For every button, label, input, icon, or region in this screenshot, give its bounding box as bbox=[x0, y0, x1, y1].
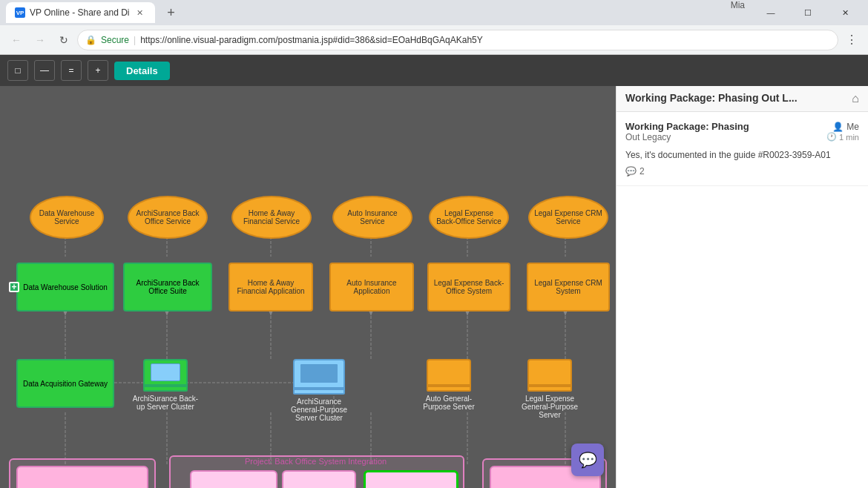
reply-count: 2 bbox=[640, 166, 645, 177]
legal-expense-crm-sys-node[interactable]: Legal Expense CRM System bbox=[527, 263, 610, 311]
server-screen-inner bbox=[300, 364, 338, 383]
home-away-service-label: Home & Away Financial Service bbox=[237, 209, 306, 225]
lock-icon: 🔒 bbox=[85, 35, 96, 45]
comment-right-meta: 👤 Me 🕐 1 min bbox=[826, 122, 859, 142]
grid-view-button[interactable]: □ bbox=[7, 60, 28, 81]
chat-fab-button[interactable]: 💬 bbox=[571, 444, 604, 476]
wp-software-node[interactable]: Work Package: Software Modification bbox=[190, 470, 277, 488]
project-dw-bi-node[interactable]: Project: Data Warehousing and BI bbox=[16, 466, 148, 488]
home-away-service-node[interactable]: Home & Away Financial Service bbox=[231, 196, 312, 239]
clock-icon: 🕐 bbox=[826, 132, 837, 142]
close-button[interactable]: ✕ bbox=[828, 0, 862, 25]
tab-label: VP Online - Share and Di bbox=[30, 7, 130, 18]
server-base bbox=[143, 386, 188, 392]
archisurance-suite-label: ArchiSurance Back Office Suite bbox=[128, 279, 208, 295]
server-base-orange-2 bbox=[527, 386, 572, 392]
legal-expense-gp-server-label: Legal Expense General-Purpose Server bbox=[516, 395, 583, 419]
back-button[interactable]: ← bbox=[6, 30, 27, 50]
details-button[interactable]: Details bbox=[114, 62, 170, 80]
app-toolbar: □ — = + Details bbox=[0, 55, 868, 86]
auto-gp-server-label: Auto General-Purpose Server bbox=[415, 395, 482, 411]
legal-expense-backoffice-service-label: Legal Expense Back-Office Service bbox=[435, 209, 503, 225]
dw-solution-node[interactable]: + Data Warehouse Solution bbox=[16, 263, 114, 311]
legal-expense-backoffice-service-node[interactable]: Legal Expense Back-Office Service bbox=[429, 196, 509, 239]
server-base-orange bbox=[427, 386, 471, 392]
comment-body: Yes, it's documented in the guide #R0023… bbox=[625, 148, 859, 162]
server-screen bbox=[151, 363, 180, 381]
dw-service-label: Data Warehouse Service bbox=[36, 209, 98, 225]
tab-favicon: VP bbox=[15, 7, 25, 18]
data-acquisition-gw-label: Data Acquisition Gateway bbox=[23, 380, 108, 388]
archisurance-gp-cluster-label: ArchiSurance General-Purpose Server Clus… bbox=[282, 398, 356, 422]
window-user-label: Mia bbox=[731, 0, 745, 25]
dw-solution-label: Data Warehouse Solution bbox=[23, 283, 108, 291]
auto-gp-server-node[interactable]: Auto General-Purpose Server bbox=[415, 359, 482, 411]
server-shape-orange-2 bbox=[527, 359, 572, 386]
right-panel: Working Package: Phasing Out L... ⌂ Work… bbox=[616, 86, 868, 488]
tab-close-button[interactable]: ✕ bbox=[134, 7, 146, 19]
browser-tab[interactable]: VP VP Online - Share and Di ✕ bbox=[6, 2, 155, 23]
archisurance-backup-cluster-node[interactable]: ArchiSurance Back-up Server Cluster bbox=[132, 359, 199, 411]
dw-service-node[interactable]: Data Warehouse Service bbox=[30, 196, 104, 239]
comment-user: 👤 Me bbox=[826, 122, 859, 132]
window-controls: Mia — ☐ ✕ bbox=[731, 0, 862, 25]
comment-user-name: Me bbox=[846, 122, 859, 132]
server-shape-green bbox=[143, 359, 188, 386]
address-input[interactable]: 🔒 Secure | https://online.visual-paradig… bbox=[77, 30, 838, 50]
home-away-app-node[interactable]: Home & Away Financial Application bbox=[228, 263, 313, 311]
server-shape-orange bbox=[427, 359, 471, 386]
main-content: Data Warehouse Service ArchiSurance Back… bbox=[0, 86, 868, 488]
archisurance-gp-cluster-node[interactable]: ArchiSurance General-Purpose Server Clus… bbox=[282, 359, 356, 422]
auto-insurance-app-node[interactable]: Auto Insurance Application bbox=[329, 263, 414, 311]
archisurance-back-service-node[interactable]: ArchiSurance Back Office Service bbox=[128, 196, 208, 239]
dw-plus-icon: + bbox=[9, 282, 19, 292]
minimize-button[interactable]: — bbox=[754, 0, 788, 25]
legal-expense-crm-service-node[interactable]: Legal Expense CRM Service bbox=[528, 196, 608, 239]
panel-title: Working Package: Phasing Out L... bbox=[625, 92, 852, 104]
home-away-app-label: Home & Away Financial Application bbox=[233, 279, 309, 295]
server-base-blue bbox=[293, 389, 345, 395]
comment-time: 🕐 1 min bbox=[826, 132, 859, 142]
wp-hardware-node[interactable]: Work Package: Hardware bbox=[282, 470, 356, 488]
legal-expense-backoffice-sys-label: Legal Expense Back-Office System bbox=[432, 279, 506, 295]
maximize-button[interactable]: ☐ bbox=[791, 0, 825, 25]
panel-home-icon[interactable]: ⌂ bbox=[852, 92, 859, 105]
wp-phasing-node[interactable]: Working Package: Phasing Out Legacy bbox=[364, 470, 458, 488]
plus-button[interactable]: + bbox=[88, 60, 108, 81]
comment-section: Working Package: Phasing Out Legacy 👤 Me… bbox=[617, 112, 868, 186]
legal-expense-crm-sys-label: Legal Expense CRM System bbox=[531, 279, 605, 295]
auto-insurance-service-label: Auto Insurance Service bbox=[338, 209, 407, 225]
comment-actions: 💬 2 bbox=[625, 166, 859, 177]
address-bar-container: ← → ↻ 🔒 Secure | https://online.visual-p… bbox=[0, 25, 868, 55]
legal-expense-gp-server-node[interactable]: Legal Expense General-Purpose Server bbox=[516, 359, 583, 419]
equals-button[interactable]: = bbox=[61, 60, 82, 81]
comment-meta: Working Package: Phasing Out Legacy bbox=[625, 121, 749, 142]
user-person-icon: 👤 bbox=[832, 122, 844, 132]
minus-button[interactable]: — bbox=[34, 60, 55, 81]
archisurance-suite-node[interactable]: ArchiSurance Back Office Suite bbox=[123, 263, 212, 311]
auto-insurance-app-label: Auto Insurance Application bbox=[334, 279, 410, 295]
panel-header: Working Package: Phasing Out L... ⌂ bbox=[617, 86, 868, 112]
more-menu-button[interactable]: ⋮ bbox=[841, 30, 862, 50]
secure-label: Secure bbox=[101, 35, 129, 45]
data-acquisition-gw-node[interactable]: Data Acquisition Gateway bbox=[16, 359, 114, 408]
server-shape-blue bbox=[293, 359, 345, 389]
comment-header: Working Package: Phasing Out Legacy 👤 Me… bbox=[625, 121, 859, 142]
legal-expense-backoffice-sys-node[interactable]: Legal Expense Back-Office System bbox=[427, 263, 510, 311]
legal-expense-crm-service-label: Legal Expense CRM Service bbox=[534, 209, 602, 225]
auto-insurance-service-node[interactable]: Auto Insurance Service bbox=[332, 196, 412, 239]
comment-time-value: 1 min bbox=[839, 133, 859, 142]
diagram-canvas[interactable]: Data Warehouse Service ArchiSurance Back… bbox=[0, 86, 616, 488]
project-backoffice-label: Project: Back Office System Integration bbox=[245, 457, 387, 466]
archisurance-backup-cluster-label: ArchiSurance Back-up Server Cluster bbox=[132, 395, 199, 411]
forward-button[interactable]: → bbox=[30, 30, 50, 50]
refresh-button[interactable]: ↻ bbox=[53, 30, 74, 50]
reply-icon: 💬 bbox=[625, 166, 637, 177]
archisurance-back-service-label: ArchiSurance Back Office Service bbox=[134, 209, 202, 225]
url-text: https://online.visual-paradigm.com/postm… bbox=[140, 35, 483, 45]
comment-title-line1: Working Package: Phasing bbox=[625, 121, 749, 132]
new-tab-button[interactable]: + bbox=[161, 2, 182, 23]
titlebar: VP VP Online - Share and Di ✕ + Mia — ☐ … bbox=[0, 0, 868, 25]
comment-title-line2: Out Legacy bbox=[625, 132, 749, 142]
